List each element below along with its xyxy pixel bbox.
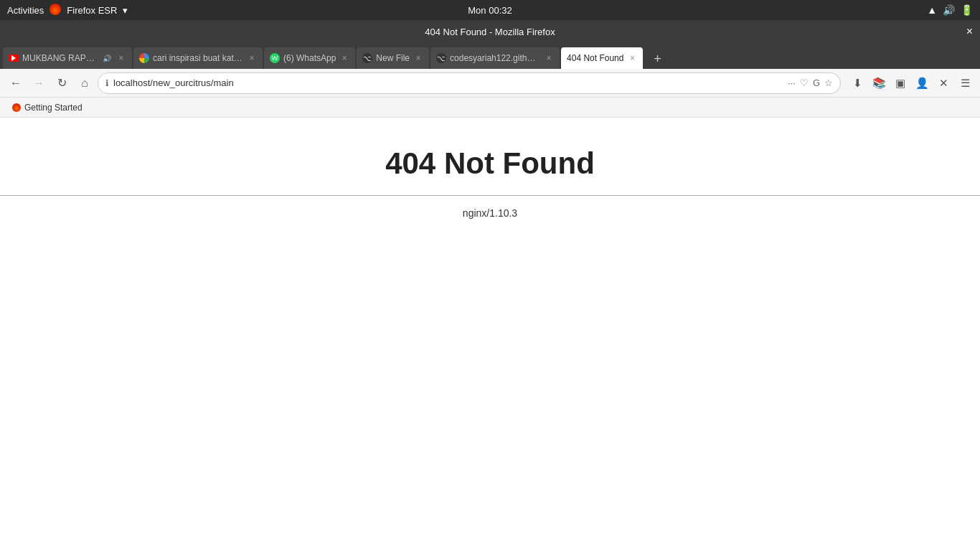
tab-close-new-file[interactable]: × <box>413 53 423 63</box>
page-server-info: nginx/1.10.3 <box>463 207 517 219</box>
new-tab-button[interactable]: + <box>647 49 667 69</box>
system-bar: Activities Firefox ESR ▾ Mon 00:32 ▲ 🔊 🔋 <box>0 0 980 20</box>
tab-favicon-whatsapp: W <box>270 53 280 63</box>
back-button[interactable]: ← <box>6 73 26 93</box>
bookmark-star-icon[interactable]: ☆ <box>824 77 833 88</box>
url-input[interactable] <box>113 77 783 88</box>
tab-new-file[interactable]: ⌥ New File × <box>357 47 429 69</box>
search-engine-icon[interactable]: G <box>813 77 820 88</box>
system-bar-left: Activities Firefox ESR ▾ <box>7 4 128 17</box>
window-close-button[interactable]: × <box>966 25 973 38</box>
wifi-icon: ▲ <box>927 4 937 16</box>
battery-icon: 🔋 <box>961 4 973 16</box>
tab-favicon-github-1: ⌥ <box>362 53 372 63</box>
tab-label-codesyariah: codesyariah122.github.io <box>450 53 540 63</box>
sidebar-toggle-button[interactable]: ▣ <box>891 74 910 93</box>
tab-label-google: cari inspirasi buat kata ka <box>153 53 243 63</box>
browser-menu-chevron[interactable]: ▾ <box>123 5 128 16</box>
tab-whatsapp[interactable]: W (6) WhatsApp × <box>264 47 355 69</box>
tab-close-whatsapp[interactable]: × <box>339 53 349 63</box>
pocket-icon[interactable]: ♡ <box>800 77 809 88</box>
bookmark-favicon-firefox <box>11 103 22 113</box>
tab-label-404: 404 Not Found <box>567 53 623 63</box>
address-bar-icons: ··· ♡ G ☆ <box>788 77 833 88</box>
bookmarks-bar: Getting Started <box>0 98 980 118</box>
lock-icon: ℹ <box>105 78 109 88</box>
reload-button[interactable]: ↻ <box>52 73 72 93</box>
tab-favicon-google <box>139 53 149 63</box>
tab-label-mukbang: MUKBANG RAPPOKI M <box>22 53 99 63</box>
tab-audio-icon: 🔊 <box>103 55 111 62</box>
tabs-bar: MUKBANG RAPPOKI M 🔊 × cari inspirasi bua… <box>0 43 980 69</box>
tab-favicon-youtube <box>9 55 19 62</box>
tab-close-mukbang[interactable]: × <box>116 53 126 63</box>
tab-google-search[interactable]: cari inspirasi buat kata ka × <box>133 47 263 69</box>
menu-button[interactable]: ☰ <box>956 74 974 93</box>
synced-tabs-button[interactable]: 👤 <box>913 74 931 93</box>
nav-right-icons: ⬇ 📚 ▣ 👤 ✕ ☰ <box>848 74 974 93</box>
download-button[interactable]: ⬇ <box>848 74 867 93</box>
address-bar[interactable]: ℹ ··· ♡ G ☆ <box>98 72 841 94</box>
tab-codesyariah[interactable]: ⌥ codesyariah122.github.io × <box>430 47 560 69</box>
tab-close-404[interactable]: × <box>627 53 637 63</box>
window-title: 404 Not Found - Mozilla Firefox <box>425 27 555 37</box>
browser-name-label[interactable]: Firefox ESR <box>67 5 117 16</box>
page-divider <box>0 195 980 196</box>
bookmark-label-getting-started: Getting Started <box>24 103 83 113</box>
tab-close-google[interactable]: × <box>247 53 257 63</box>
nav-bar: ← → ↻ ⌂ ℹ ··· ♡ G ☆ ⬇ 📚 ▣ 👤 ✕ ☰ <box>0 69 980 98</box>
activities-label[interactable]: Activities <box>7 5 44 16</box>
system-time: Mon 00:32 <box>468 5 512 16</box>
page-heading: 404 Not Found <box>385 146 595 181</box>
tab-label-new-file: New File <box>376 53 410 63</box>
firefox-icon <box>50 4 61 17</box>
page-content: 404 Not Found nginx/1.10.3 <box>0 118 980 551</box>
system-status-icons: ▲ 🔊 🔋 <box>927 4 973 16</box>
tab-close-codesyariah[interactable]: × <box>544 53 554 63</box>
forward-button[interactable]: → <box>29 73 49 93</box>
tab-favicon-github-2: ⌥ <box>436 53 446 63</box>
close-tab-button[interactable]: ✕ <box>934 74 953 93</box>
tab-mukbang[interactable]: MUKBANG RAPPOKI M 🔊 × <box>3 47 132 69</box>
title-bar: 404 Not Found - Mozilla Firefox × <box>0 20 980 43</box>
tab-404[interactable]: 404 Not Found × <box>561 47 643 69</box>
bookmark-getting-started[interactable]: Getting Started <box>7 101 87 114</box>
volume-icon: 🔊 <box>943 4 955 16</box>
home-button[interactable]: ⌂ <box>75 73 95 93</box>
library-button[interactable]: 📚 <box>870 74 888 93</box>
address-menu-icon[interactable]: ··· <box>788 77 796 88</box>
tab-label-whatsapp: (6) WhatsApp <box>283 53 336 63</box>
